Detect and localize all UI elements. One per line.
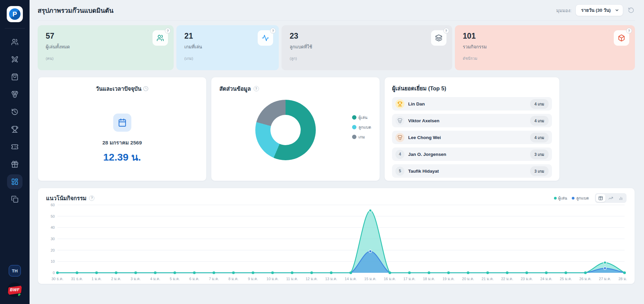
games-badge: 4 เกม (530, 116, 549, 126)
help-icon[interactable] (270, 28, 276, 34)
dashboard-grid-icon (11, 178, 18, 185)
legend-item: ผู้เล่น (554, 195, 567, 201)
sidebar: P TH BWF (0, 0, 30, 304)
refresh-icon (628, 7, 634, 13)
help-icon[interactable] (443, 28, 449, 34)
player-name: Jan O. Jorgensen (408, 152, 530, 157)
chart-type-toggle (595, 193, 627, 203)
svg-text:0: 0 (53, 271, 55, 275)
legend-item: ลูกแบด (572, 195, 589, 201)
gold-trophy-icon (395, 99, 404, 108)
svg-text:14 ม.ค.: 14 ม.ค. (345, 277, 357, 281)
rank-number: 4 (395, 150, 404, 159)
legend-label: ผู้เล่น (558, 195, 567, 201)
sidebar-item-players[interactable] (7, 35, 23, 49)
help-icon[interactable] (165, 28, 171, 34)
svg-text:20: 20 (51, 248, 55, 252)
clock-icon (143, 86, 148, 91)
legend-label: ลูกแบด (358, 124, 371, 130)
svg-text:5 ม.ค.: 5 ม.ค. (170, 277, 180, 281)
help-icon[interactable] (89, 196, 94, 201)
language-badge[interactable]: TH (9, 265, 21, 276)
svg-text:50: 50 (51, 214, 55, 218)
page-header: สรุปภาพรวมก๊วนแบดมินตัน มุมมอง: รายวัน (… (38, 0, 635, 21)
help-icon[interactable] (626, 28, 632, 34)
stat-card-total-players: 57 ผู้เล่นทั้งหมด (คน) (38, 25, 174, 70)
svg-text:60: 60 (51, 203, 55, 207)
history-icon (11, 108, 18, 116)
bwf-logo-dot (18, 294, 21, 296)
svg-text:16 ม.ค.: 16 ม.ค. (384, 277, 396, 281)
rank-number: 5 (395, 167, 404, 176)
copy-icon (11, 196, 18, 203)
svg-text:18 ม.ค.: 18 ม.ค. (423, 277, 435, 281)
legend-item: ผู้เล่น (352, 114, 371, 121)
player-name: Lee Chong Wei (408, 135, 530, 140)
sidebar-item-shop[interactable] (7, 70, 23, 84)
trend-legend: ผู้เล่น ลูกแบด (554, 195, 589, 201)
table-view-button[interactable] (596, 194, 605, 202)
donut-hole (270, 115, 301, 145)
users-icon (157, 34, 164, 42)
top-players-panel: ผู้เล่นยอดเยี่ยม (Top 5) Lin Dan 4 เกม V… (384, 77, 560, 181)
stat-icon-container (258, 30, 273, 46)
bar-view-button[interactable] (616, 194, 626, 202)
middle-row: วันและเวลาปัจจุบัน 28 มกราคม 2569 12.39 … (38, 77, 635, 181)
legend-label: เกม (358, 134, 365, 140)
svg-text:10: 10 (51, 259, 55, 263)
stat-card-games-played: 21 เกมที่เล่น (เกม) (176, 25, 279, 70)
legend-item: เกม (352, 134, 371, 140)
sidebar-item-history[interactable] (7, 104, 23, 119)
calendar-icon-container (113, 114, 131, 132)
view-select[interactable]: รายวัน (30 วัน) (575, 4, 623, 16)
gift-icon (11, 161, 18, 168)
activity-icon (262, 34, 269, 42)
svg-text:3 ม.ค.: 3 ม.ค. (131, 277, 141, 281)
svg-text:25 ม.ค.: 25 ม.ค. (560, 277, 572, 281)
svg-text:15 ม.ค.: 15 ม.ค. (364, 277, 376, 281)
svg-text:10 ม.ค.: 10 ม.ค. (266, 277, 278, 281)
player-name: Viktor Axelsen (408, 118, 530, 123)
stat-icon-container (153, 30, 168, 46)
refresh-button[interactable] (627, 6, 635, 14)
sidebar-item-pages[interactable] (7, 192, 23, 207)
help-icon[interactable] (254, 86, 259, 91)
legend-dot-shuttles (572, 197, 574, 200)
stat-label: ลูกแบดที่ใช้ (290, 43, 444, 50)
donut-chart (255, 100, 316, 160)
donut-panel-title: สัดส่วนข้อมูล (219, 84, 251, 93)
data-proportion-panel: สัดส่วนข้อมูล ผู้เล่น ลูกแบด เกม (211, 77, 380, 181)
line-view-button[interactable] (606, 194, 615, 202)
stat-icon-container (431, 30, 446, 46)
svg-text:24 ม.ค.: 24 ม.ค. (540, 277, 552, 281)
view-label: มุมมอง: (556, 7, 571, 14)
svg-text:27 ม.ค.: 27 ม.ค. (599, 277, 611, 281)
trending-up-icon (608, 196, 613, 201)
table-layout-icon (598, 196, 603, 201)
activity-trend-chart: 010203040506030 ธ.ค.31 ธ.ค.1 ม.ค.2 ม.ค.3… (46, 203, 627, 283)
player-name: Taufik Hidayat (408, 169, 530, 174)
app-logo[interactable]: P (7, 6, 23, 22)
cube-icon (618, 34, 625, 42)
sidebar-item-tournaments[interactable] (7, 122, 23, 137)
player-row: Lin Dan 4 เกม (392, 97, 552, 111)
main-content: สรุปภาพรวมก๊วนแบดมินตัน มุมมอง: รายวัน (… (30, 0, 644, 304)
sidebar-item-medals[interactable] (7, 87, 23, 102)
sidebar-item-dashboard[interactable] (7, 174, 23, 189)
svg-text:7 ม.ค.: 7 ม.ค. (209, 277, 219, 281)
stat-card-total-activity: 101 รวมกิจกรรม ดัชนีรวม (455, 25, 635, 70)
sidebar-item-tickets[interactable] (7, 139, 23, 154)
donut-legend: ผู้เล่น ลูกแบด เกม (352, 114, 371, 140)
svg-text:4 ม.ค.: 4 ม.ค. (150, 277, 160, 281)
medal-icon (11, 91, 18, 98)
svg-text:13 ม.ค.: 13 ม.ค. (325, 277, 337, 281)
svg-text:21 ม.ค.: 21 ม.ค. (482, 277, 494, 281)
sidebar-item-games[interactable] (7, 52, 23, 67)
player-row: 4 Jan O. Jorgensen 3 เกม (392, 147, 552, 161)
calendar-icon (118, 118, 127, 127)
stat-card-shuttlecocks: 23 ลูกแบดที่ใช้ (ลูก) (282, 25, 452, 70)
sidebar-item-rewards[interactable] (7, 157, 23, 172)
datetime-panel-title: วันและเวลาปัจจุบัน (96, 84, 141, 93)
stat-icon-container (614, 30, 629, 46)
stat-value: 101 (463, 32, 627, 41)
